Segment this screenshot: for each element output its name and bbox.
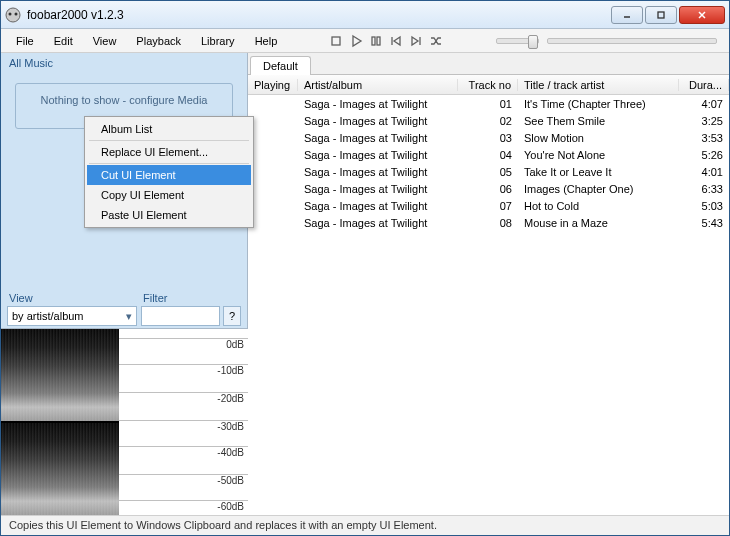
db-tick: -50dB — [119, 474, 248, 486]
spectrogram-channel — [1, 329, 119, 421]
svg-point-0 — [6, 8, 20, 22]
app-window: foobar2000 v1.2.3 File Edit View Playbac… — [0, 0, 730, 536]
filter-help-button[interactable]: ? — [223, 306, 241, 326]
col-title[interactable]: Title / track artist — [518, 79, 679, 91]
table-row[interactable]: Saga - Images at Twilight05Take It or Le… — [248, 163, 729, 180]
pane-title: All Music — [1, 53, 247, 73]
table-row[interactable]: Saga - Images at Twilight06Images (Chapt… — [248, 180, 729, 197]
cell-trackno: 08 — [458, 217, 518, 229]
table-row[interactable]: Saga - Images at Twilight02See Them Smil… — [248, 112, 729, 129]
playlist-header: Playing Artist/album Track no Title / tr… — [248, 75, 729, 95]
col-playing[interactable]: Playing — [248, 79, 298, 91]
cell-duration: 3:25 — [679, 115, 729, 127]
cm-separator — [89, 163, 249, 164]
next-icon[interactable] — [408, 33, 424, 49]
col-trackno[interactable]: Track no — [458, 79, 518, 91]
filter-label: Filter — [141, 290, 241, 306]
maximize-button[interactable] — [645, 6, 677, 24]
cell-trackno: 01 — [458, 98, 518, 110]
table-row[interactable]: Saga - Images at Twilight01It's Time (Ch… — [248, 95, 729, 112]
cell-artist: Saga - Images at Twilight — [298, 115, 458, 127]
context-menu: Album List Replace UI Element... Cut UI … — [84, 116, 254, 228]
cell-title: It's Time (Chapter Three) — [518, 98, 679, 110]
cm-album-list[interactable]: Album List — [87, 119, 251, 139]
menu-playback[interactable]: Playback — [127, 32, 190, 50]
titlebar[interactable]: foobar2000 v1.2.3 — [1, 1, 729, 29]
cell-title: See Them Smile — [518, 115, 679, 127]
db-tick: 0dB — [119, 338, 248, 350]
svg-point-1 — [9, 12, 12, 15]
spectrogram-channel — [1, 421, 119, 515]
svg-rect-8 — [372, 37, 375, 45]
table-row[interactable]: Saga - Images at Twilight08Mouse in a Ma… — [248, 214, 729, 231]
playlist-body[interactable]: Saga - Images at Twilight01It's Time (Ch… — [248, 95, 729, 231]
cell-trackno: 05 — [458, 166, 518, 178]
cm-copy[interactable]: Copy UI Element — [87, 185, 251, 205]
menu-help[interactable]: Help — [246, 32, 287, 50]
cm-cut[interactable]: Cut UI Element — [87, 165, 251, 185]
svg-point-2 — [15, 12, 18, 15]
tab-default[interactable]: Default — [250, 56, 311, 75]
statusbar: Copies this UI Element to Windows Clipbo… — [1, 515, 729, 535]
random-icon[interactable] — [428, 33, 444, 49]
window-buttons — [611, 6, 725, 24]
col-artist[interactable]: Artist/album — [298, 79, 458, 91]
table-row[interactable]: Saga - Images at Twilight04You're Not Al… — [248, 146, 729, 163]
db-tick: -30dB — [119, 420, 248, 432]
cell-artist: Saga - Images at Twilight — [298, 166, 458, 178]
cell-duration: 4:01 — [679, 166, 729, 178]
table-row[interactable]: Saga - Images at Twilight03Slow Motion3:… — [248, 129, 729, 146]
play-icon[interactable] — [348, 33, 364, 49]
pause-icon[interactable] — [368, 33, 384, 49]
playlist-pane: Default Playing Artist/album Track no Ti… — [248, 53, 729, 515]
menu-file[interactable]: File — [7, 32, 43, 50]
view-filter-row: View by artist/album ▾ Filter ? — [1, 288, 247, 328]
cm-replace[interactable]: Replace UI Element... — [87, 142, 251, 162]
cell-title: Take It or Leave It — [518, 166, 679, 178]
cell-trackno: 04 — [458, 149, 518, 161]
db-scale: 0dB -10dB -20dB -30dB -40dB -50dB -60dB — [119, 329, 248, 515]
menu-library[interactable]: Library — [192, 32, 244, 50]
cell-duration: 3:53 — [679, 132, 729, 144]
cell-title: Slow Motion — [518, 132, 679, 144]
table-row[interactable]: Saga - Images at Twilight07Hot to Cold5:… — [248, 197, 729, 214]
menu-edit[interactable]: Edit — [45, 32, 82, 50]
volume-slider[interactable] — [547, 38, 717, 44]
close-button[interactable] — [679, 6, 725, 24]
minimize-button[interactable] — [611, 6, 643, 24]
app-icon — [5, 7, 21, 23]
menu-view[interactable]: View — [84, 32, 126, 50]
prev-icon[interactable] — [388, 33, 404, 49]
cell-trackno: 07 — [458, 200, 518, 212]
filter-input[interactable] — [141, 306, 220, 326]
seek-slider[interactable] — [496, 38, 539, 44]
svg-rect-7 — [332, 37, 340, 45]
playback-toolbar — [328, 33, 444, 49]
stop-icon[interactable] — [328, 33, 344, 49]
visualizer-pane: 0dB -10dB -20dB -30dB -40dB -50dB -60dB — [1, 328, 248, 515]
window-title: foobar2000 v1.2.3 — [27, 8, 611, 22]
cell-duration: 5:03 — [679, 200, 729, 212]
cell-duration: 4:07 — [679, 98, 729, 110]
cell-artist: Saga - Images at Twilight — [298, 132, 458, 144]
cm-paste[interactable]: Paste UI Element — [87, 205, 251, 225]
cell-duration: 6:33 — [679, 183, 729, 195]
cm-separator — [89, 140, 249, 141]
cell-artist: Saga - Images at Twilight — [298, 149, 458, 161]
db-tick: -10dB — [119, 364, 248, 376]
col-duration[interactable]: Dura... — [679, 79, 729, 91]
cell-artist: Saga - Images at Twilight — [298, 98, 458, 110]
svg-rect-4 — [658, 12, 664, 18]
cell-title: Hot to Cold — [518, 200, 679, 212]
playlist-tabs: Default — [248, 53, 729, 75]
cell-trackno: 06 — [458, 183, 518, 195]
cell-title: Mouse in a Maze — [518, 217, 679, 229]
view-select[interactable]: by artist/album ▾ — [7, 306, 137, 326]
spectrogram — [1, 329, 119, 515]
view-label: View — [7, 290, 137, 306]
cell-duration: 5:43 — [679, 217, 729, 229]
db-tick: -60dB — [119, 500, 248, 512]
menubar: File Edit View Playback Library Help — [1, 29, 729, 53]
seek-thumb[interactable] — [528, 35, 538, 49]
cell-title: You're Not Alone — [518, 149, 679, 161]
